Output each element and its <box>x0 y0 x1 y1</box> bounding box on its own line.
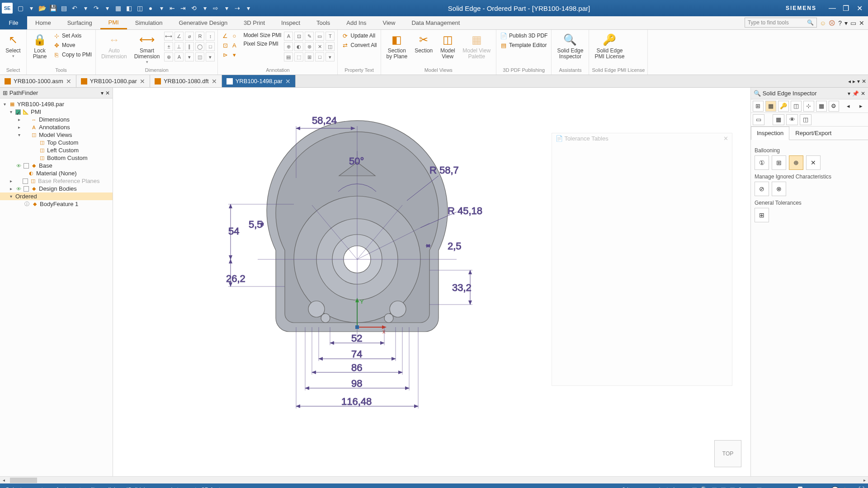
sb-alert-icon[interactable]: ⚠ <box>842 486 848 488</box>
convert-all-button[interactable]: ⇄Convert All <box>340 41 377 49</box>
dim-tool-13[interactable]: ▾ <box>185 52 194 61</box>
qat-undo-drop-icon[interactable]: ▾ <box>81 4 90 12</box>
pf-dimensions[interactable]: ▸↔Dimensions <box>0 116 113 123</box>
qat-nav3-icon[interactable]: ⟲ <box>190 4 198 12</box>
sb-icon-3[interactable]: ◫ <box>712 486 717 488</box>
anno-tool-12[interactable]: ⬚ <box>294 52 303 61</box>
anno-tool-11[interactable]: ▤ <box>284 52 293 61</box>
sb-icon-6[interactable]: ↻ <box>739 486 744 488</box>
close-icon[interactable]: ✕ <box>212 78 217 85</box>
tab-pmi[interactable]: PMI <box>100 16 127 29</box>
dim-tool-5[interactable]: ↕ <box>206 32 215 41</box>
pf-close-icon[interactable]: ✕ <box>105 90 110 96</box>
solid-edge-inspector-button[interactable]: 🔍Solid Edge Inspector <box>554 32 586 61</box>
insp-tb-3[interactable]: 🔑 <box>778 101 789 112</box>
pf-options-icon[interactable]: ▾ <box>101 90 104 96</box>
qat-nav2-icon[interactable]: ⇥ <box>179 4 187 12</box>
sb-icon-1[interactable]: ▦ <box>692 486 697 488</box>
file-menu[interactable]: File <box>0 16 27 29</box>
dim-tool-1[interactable]: ⟷ <box>164 32 173 41</box>
qat-open-icon[interactable]: 📂 <box>38 4 46 12</box>
view-cube[interactable]: TOP <box>714 440 741 467</box>
insp-tb2-4[interactable]: ◫ <box>800 114 811 125</box>
tab-simulation[interactable]: Simulation <box>127 16 171 29</box>
anno-tool-5[interactable]: T <box>326 32 335 41</box>
insp-tb2-1[interactable]: ▭ <box>753 114 764 125</box>
anno-tool-14[interactable]: □ <box>315 52 324 61</box>
model-view-palette-button[interactable]: ▦Model View Palette <box>460 32 493 61</box>
pf-body-feature-1[interactable]: ⓘ◆BodyFeature 1 <box>0 200 113 208</box>
anno-tool-4[interactable]: ▭ <box>315 32 324 41</box>
section-button[interactable]: ✂Section <box>412 32 435 55</box>
doctab-3[interactable]: YRB100-1080.dft✕ <box>150 75 222 87</box>
pathfinder-tree[interactable]: ▾▦YRB100-1498.par ▾✓📐PMI ▸↔Dimensions ▸A… <box>0 99 113 476</box>
dim-tool-9[interactable]: ◯ <box>195 42 204 51</box>
qat-new-icon[interactable]: ▢ <box>16 4 24 12</box>
viewport-canvas[interactable]: Y x 58,24 <box>113 88 750 476</box>
sb-icon-2[interactable]: 🔍 <box>701 486 708 488</box>
balloon-btn-2[interactable]: ⊞ <box>772 155 786 170</box>
sb-notify-icon[interactable]: 💬 <box>831 486 839 488</box>
dim-tool-3[interactable]: ⌀ <box>185 32 194 41</box>
close-button[interactable]: ✕ <box>853 1 866 15</box>
qat-redo-drop-icon[interactable]: ▾ <box>103 4 111 12</box>
find-tools-input[interactable]: Type to find tools 🔍 <box>745 18 817 28</box>
pf-base-ref-planes[interactable]: ▸◫Base Reference Planes <box>0 177 113 185</box>
doctab-4[interactable]: YRB100-1498.par✕ <box>222 75 296 87</box>
model-view-button[interactable]: ◫Model View <box>437 32 458 61</box>
pf-base[interactable]: 👁◆Base <box>0 162 113 169</box>
dim-tool-2[interactable]: ∠ <box>175 32 184 41</box>
insp-tb-5[interactable]: ⊹ <box>803 101 814 112</box>
sb-icon-5[interactable]: ◧ <box>730 486 735 488</box>
dim-tool-4[interactable]: R <box>195 32 204 41</box>
insp-tb-4[interactable]: ◫ <box>791 101 802 112</box>
qat-save-icon[interactable]: 💾 <box>49 4 57 12</box>
ribbon-collapse-icon[interactable]: ▾ <box>844 19 848 27</box>
qat-print-icon[interactable]: ▤ <box>60 4 68 12</box>
dim-tool-12[interactable]: A <box>175 52 184 61</box>
anno-tool-13[interactable]: ⊞ <box>305 52 314 61</box>
qat-viewmode-icon[interactable]: ◫ <box>136 4 144 12</box>
insp-menu-icon[interactable]: ▾ <box>848 90 850 97</box>
anno-tool-6[interactable]: ⊕ <box>284 42 293 51</box>
dim-tool-7[interactable]: ⊥ <box>175 42 184 51</box>
restore-button[interactable]: ❐ <box>839 1 853 15</box>
balloon-btn-1[interactable]: ① <box>755 155 769 170</box>
qat-shade-icon[interactable]: ● <box>146 4 155 12</box>
tab-tools[interactable]: Tools <box>308 16 338 29</box>
close-icon[interactable]: ✕ <box>723 135 728 142</box>
pf-root[interactable]: ▾▦YRB100-1498.par <box>0 100 113 108</box>
tab-menu-icon[interactable]: ▾ <box>857 78 860 84</box>
tab-prev-icon[interactable]: ◂ <box>848 78 851 84</box>
qat-nav5-icon[interactable]: ⇢ <box>233 4 241 12</box>
tolerance-tables-popup[interactable]: 📄 Tolerance Tables✕ <box>552 133 732 386</box>
insp-next-icon[interactable]: ▸ <box>855 101 866 112</box>
qat-nav1-icon[interactable]: ⇤ <box>168 4 176 12</box>
tab-data-management[interactable]: Data Management <box>403 16 468 29</box>
doctab-1[interactable]: YRB100-1000.asm✕ <box>0 75 76 87</box>
balloon-btn-3[interactable]: ⊕ <box>789 155 803 170</box>
insp-tb-7[interactable]: ⚙ <box>829 101 840 112</box>
tab-home[interactable]: Home <box>27 16 59 29</box>
anno-icon-5[interactable]: ⊳ <box>222 51 229 58</box>
close-icon[interactable]: ✕ <box>140 78 145 85</box>
tab-add-ins[interactable]: Add Ins <box>338 16 374 29</box>
anno-icon-4[interactable]: A <box>231 42 238 49</box>
tab-inspect[interactable]: Inspect <box>273 16 308 29</box>
lock-plane-button[interactable]: 🔒 Lock Plane <box>29 32 50 61</box>
move-button[interactable]: ✥Move <box>52 41 93 49</box>
insp-tb-2[interactable]: ▦ <box>765 101 776 112</box>
select-button[interactable]: ↖ Select ▾ <box>3 32 24 59</box>
ribbon-close-icon[interactable]: ✕ <box>859 19 864 27</box>
pixel-size-pmi-button[interactable]: Pixel Size PMI <box>242 40 282 47</box>
insp-tb2-3[interactable]: 👁 <box>786 114 798 125</box>
update-all-button[interactable]: ⟳Update All <box>340 32 377 40</box>
scroll-right-icon[interactable]: ▸ <box>861 478 868 483</box>
dim-tool-8[interactable]: ∥ <box>185 42 194 51</box>
insp-pin-icon[interactable]: 📌 <box>852 90 859 97</box>
sb-zoom-out-icon[interactable]: ○ <box>765 486 769 488</box>
anno-tool-1[interactable]: A <box>284 32 293 41</box>
copy-to-pmi-button[interactable]: ⎘Copy to PMI <box>52 51 93 59</box>
ribbon-options-icon[interactable]: ▭ <box>850 19 856 27</box>
anno-tool-8[interactable]: ⊗ <box>305 42 314 51</box>
